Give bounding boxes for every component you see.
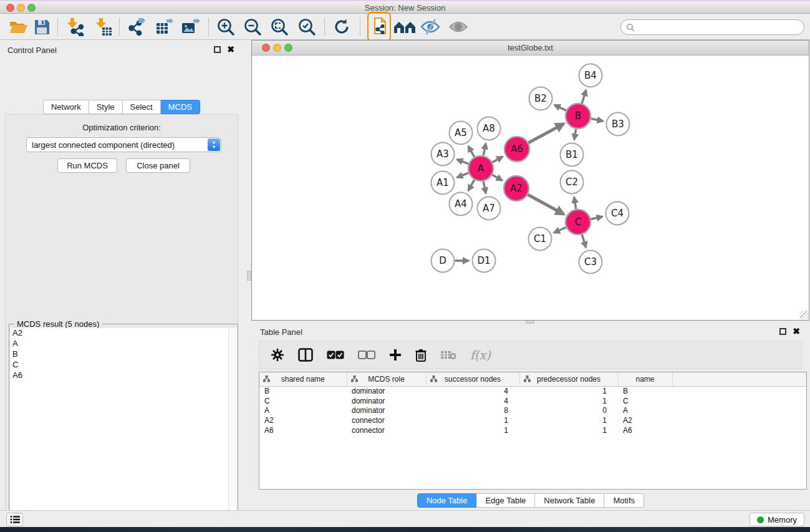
result-item[interactable]: C [10, 360, 229, 370]
tab-node-table[interactable]: Node Table [417, 493, 477, 508]
table-cell[interactable]: 1 [519, 425, 618, 435]
close-panel-icon[interactable]: ✖ [793, 328, 800, 335]
graph-edge-A-A2[interactable] [492, 175, 502, 180]
deselect-all-checkboxes-icon[interactable] [358, 351, 375, 359]
save-session-icon[interactable] [31, 14, 52, 40]
show-column-icon[interactable] [298, 348, 313, 362]
column-header[interactable]: MCDS role [347, 372, 426, 386]
close-panel-icon[interactable]: ✖ [227, 46, 234, 53]
vertical-splitter-handle[interactable] [247, 271, 251, 281]
window-resize-grip[interactable] [800, 311, 808, 319]
table-cell[interactable]: 4 [426, 396, 519, 406]
graph-edge-C-C2[interactable] [574, 197, 576, 209]
function-builder-icon[interactable]: f(x) [470, 348, 491, 362]
graph-edge-A-A6[interactable] [493, 157, 503, 162]
network-window-titlebar[interactable]: testGlobe.txt [252, 41, 809, 56]
open-file-icon[interactable] [7, 14, 29, 40]
tab-select[interactable]: Select [123, 100, 161, 114]
table-cell[interactable]: dominator [347, 406, 426, 416]
tab-edge-table[interactable]: Edge Table [476, 493, 535, 508]
result-item[interactable]: A6 [10, 370, 229, 381]
table-cell[interactable]: A [259, 406, 347, 416]
graph-node-A5[interactable]: A5 [450, 122, 473, 145]
column-settings-icon[interactable] [271, 348, 284, 362]
table-cell[interactable]: 0 [519, 406, 618, 416]
graph-edge-C-C4[interactable] [591, 216, 602, 219]
result-item[interactable]: A2 [10, 328, 229, 339]
table-cell[interactable]: 8 [426, 406, 519, 416]
table-cell[interactable]: A6 [259, 425, 347, 435]
table-row[interactable]: A2connector11A2 [259, 415, 806, 425]
table-cell[interactable]: A [618, 406, 672, 416]
graph-edge-A-A5[interactable] [468, 146, 475, 157]
table-cell[interactable]: C [618, 396, 672, 406]
table-cell[interactable]: connector [347, 425, 426, 435]
column-header[interactable]: shared name [259, 372, 347, 386]
graph-edge-A-A1[interactable] [457, 173, 468, 177]
node-table[interactable]: shared nameMCDS rolesuccessor nodesprede… [259, 372, 807, 490]
graph-edge-C-C3[interactable] [582, 235, 586, 248]
table-cell[interactable]: 1 [519, 396, 618, 406]
tab-motifs[interactable]: Motifs [604, 493, 644, 508]
delete-table-icon[interactable] [440, 350, 456, 360]
import-table-icon[interactable] [93, 14, 114, 40]
import-network-icon[interactable] [64, 14, 85, 40]
table-row[interactable]: Adominator80A [259, 406, 806, 416]
graph-edge-B-B3[interactable] [591, 118, 603, 121]
graph-edge-B-B4[interactable] [582, 90, 586, 104]
graph-node-A7[interactable]: A7 [478, 197, 501, 220]
run-mcds-button[interactable]: Run MCDS [57, 158, 117, 173]
graph-edge-B-B2[interactable] [554, 105, 566, 110]
close-panel-button[interactable]: Close panel [126, 158, 190, 173]
show-graphics-details-icon[interactable] [447, 14, 470, 40]
graph-node-A[interactable]: A [468, 156, 493, 181]
graph-node-B3[interactable]: B3 [607, 113, 630, 136]
tab-mcds[interactable]: MCDS [161, 100, 200, 114]
float-panel-icon[interactable] [779, 328, 786, 335]
table-cell[interactable]: connector [347, 415, 426, 425]
result-item[interactable]: B [10, 349, 229, 360]
graph-edge-A-A7[interactable] [483, 181, 486, 193]
graph-edge-A-A4[interactable] [468, 180, 475, 190]
graph-node-C1[interactable]: C1 [529, 228, 552, 251]
table-cell[interactable]: A6 [618, 425, 672, 435]
column-header[interactable]: predecessor nodes [519, 372, 618, 386]
delete-column-icon[interactable] [415, 349, 427, 362]
graph-node-D[interactable]: D [432, 249, 455, 273]
column-header[interactable]: successor nodes [426, 372, 519, 386]
graph-edge-A6-B[interactable] [528, 123, 564, 143]
table-row[interactable]: Cdominator41C [259, 396, 806, 406]
first-neighbors-icon[interactable] [393, 14, 417, 40]
graph-node-A6[interactable]: A6 [504, 137, 529, 162]
table-cell[interactable]: 1 [426, 425, 519, 435]
table-cell[interactable]: 1 [426, 415, 519, 425]
result-scrollbar[interactable] [228, 328, 237, 532]
graph-node-B4[interactable]: B4 [579, 64, 602, 87]
graph-node-B2[interactable]: B2 [529, 87, 552, 110]
select-all-checkboxes-icon[interactable] [327, 351, 344, 359]
graph-node-A4[interactable]: A4 [450, 193, 473, 216]
search-input[interactable] [635, 21, 804, 34]
table-cell[interactable]: A2 [259, 415, 347, 425]
table-cell[interactable]: dominator [347, 396, 426, 406]
zoom-fit-icon[interactable] [269, 14, 290, 40]
graph-edge-A-A3[interactable] [457, 160, 468, 164]
zoom-selected-icon[interactable] [296, 14, 317, 40]
result-item[interactable]: A [10, 339, 229, 349]
table-header-row[interactable]: shared nameMCDS rolesuccessor nodesprede… [259, 372, 806, 386]
add-column-icon[interactable] [389, 349, 402, 361]
graph-edge-A-A8[interactable] [483, 143, 486, 155]
graph-edge-B-B1[interactable] [574, 129, 576, 140]
tab-network-table[interactable]: Network Table [535, 493, 604, 508]
graph-node-A8[interactable]: A8 [478, 117, 501, 140]
export-network-icon[interactable] [127, 14, 148, 40]
zoom-out-icon[interactable] [242, 14, 263, 40]
graph-node-A2[interactable]: A2 [504, 176, 529, 201]
refresh-icon[interactable] [331, 14, 352, 40]
table-cell[interactable]: 4 [426, 386, 519, 396]
graph-node-D1[interactable]: D1 [473, 249, 496, 273]
column-header[interactable]: name [618, 372, 672, 386]
graph-node-C[interactable]: C [566, 210, 591, 235]
tab-style[interactable]: Style [89, 100, 123, 114]
graph-node-A1[interactable]: A1 [432, 172, 455, 195]
